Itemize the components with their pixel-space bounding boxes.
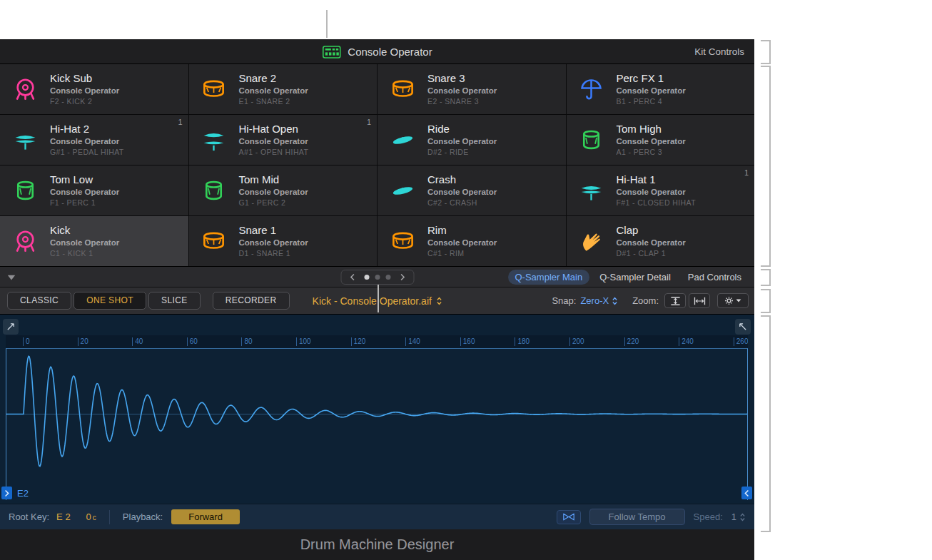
pad-text: Tom High Console Operator A1 - PERC 3 bbox=[617, 123, 686, 156]
patch-name: Console Operator bbox=[348, 46, 432, 58]
speed-label: Speed: bbox=[694, 511, 723, 522]
waveform-plot bbox=[6, 349, 747, 500]
zoom-horizontal-icon bbox=[693, 296, 706, 306]
drum-pad-hi-hat-2[interactable]: Hi-Hat 2 Console Operator G#1 - PEDAL HI… bbox=[0, 115, 188, 165]
mode-recorder[interactable]: RECORDER bbox=[213, 292, 290, 310]
pager-next-button[interactable] bbox=[400, 273, 405, 281]
drum-pad-clap[interactable]: Clap Console Operator D#1 - CLAP 1 bbox=[567, 216, 755, 266]
snare-icon bbox=[189, 77, 239, 102]
fade-handle-icon bbox=[738, 322, 748, 332]
sample-start-marker[interactable] bbox=[1, 487, 12, 499]
drum-pad-tom-high[interactable]: Tom High Console Operator A1 - PERC 3 bbox=[567, 115, 755, 165]
page-dot-2[interactable] bbox=[375, 275, 380, 280]
tab-pad-controls[interactable]: Pad Controls bbox=[681, 270, 749, 285]
ruler-tick: 240 bbox=[679, 337, 694, 346]
fade-out-handle[interactable] bbox=[735, 319, 751, 335]
pad-text: Hi-Hat 1 Console Operator F#1 - CLOSED H… bbox=[617, 174, 696, 207]
callout-line-plugin-icon bbox=[326, 10, 328, 38]
ruler-tick: 20 bbox=[78, 337, 88, 346]
pad-key-mapping: D#1 - CLAP 1 bbox=[617, 249, 686, 258]
pad-title: Crash bbox=[427, 174, 497, 185]
crossfade-loop-button[interactable] bbox=[557, 510, 581, 524]
pad-title: Tom Mid bbox=[239, 174, 308, 185]
caret-down-icon bbox=[736, 299, 741, 302]
pad-key-mapping: F#1 - CLOSED HIHAT bbox=[617, 198, 696, 207]
tom-icon bbox=[189, 178, 239, 203]
zoom-label: Zoom: bbox=[632, 295, 659, 306]
pager-previous-button[interactable] bbox=[350, 273, 355, 281]
tab-q-sampler-detail[interactable]: Q-Sampler Detail bbox=[592, 270, 678, 285]
cymbal-icon bbox=[378, 178, 427, 203]
playback-label: Playback: bbox=[123, 511, 163, 522]
snap-label: Snap: bbox=[552, 295, 576, 306]
drum-pad-hi-hat-open[interactable]: Hi-Hat Open Console Operator A#1 - OPEN … bbox=[189, 115, 378, 165]
drum-pad-hi-hat-1[interactable]: Hi-Hat 1 Console Operator F#1 - CLOSED H… bbox=[567, 166, 755, 215]
drum-pad-ride[interactable]: Ride Console Operator D#2 - RIDE bbox=[378, 115, 566, 165]
snap-value: Zero-X bbox=[580, 295, 609, 306]
pad-title: Ride bbox=[427, 123, 497, 135]
drum-pad-tom-mid[interactable]: Tom Mid Console Operator G1 - PERC 2 bbox=[189, 166, 378, 215]
fine-tune-value[interactable]: 0 c bbox=[86, 511, 96, 522]
action-menu-button[interactable] bbox=[717, 293, 749, 308]
pad-key-mapping: C#1 - RIM bbox=[427, 249, 497, 258]
ruler-tick: 0 bbox=[23, 337, 30, 346]
mode-slice[interactable]: SLICE bbox=[148, 292, 201, 310]
pad-subtitle: Console Operator bbox=[617, 137, 686, 146]
pad-key-mapping: E2 - SNARE 3 bbox=[427, 97, 497, 106]
tab-q-sampler-main[interactable]: Q-Sampler Main bbox=[508, 270, 590, 285]
fade-in-handle[interactable] bbox=[3, 319, 19, 335]
root-key-value[interactable]: E 2 bbox=[56, 511, 71, 522]
drum-pad-snare-1[interactable]: Snare 1 Console Operator D1 - SNARE 1 bbox=[189, 216, 378, 266]
drum-pad-tom-low[interactable]: Tom Low Console Operator F1 - PERC 1 bbox=[0, 166, 188, 215]
stepper-icon bbox=[612, 296, 618, 306]
follow-tempo-button[interactable]: Follow Tempo bbox=[589, 509, 685, 525]
pad-text: Ride Console Operator D#2 - RIDE bbox=[427, 123, 497, 156]
chevron-right-icon bbox=[400, 273, 405, 281]
pad-badge: 1 bbox=[178, 118, 182, 126]
snare-icon bbox=[189, 229, 239, 254]
pad-key-mapping: C#2 - CRASH bbox=[427, 198, 497, 207]
pad-subtitle: Console Operator bbox=[617, 86, 686, 95]
drum-pad-snare-3[interactable]: Snare 3 Console Operator E2 - SNARE 3 bbox=[378, 64, 566, 114]
waveform-ruler: 020406080100120140160180200220240260 bbox=[6, 335, 748, 348]
pad-subtitle: Console Operator bbox=[50, 238, 119, 247]
pad-key-mapping: B1 - PERC 4 bbox=[617, 97, 686, 106]
hihat-icon bbox=[0, 128, 50, 153]
callout-bracket-tab-bar bbox=[761, 269, 771, 286]
speed-menu[interactable]: 1 bbox=[731, 511, 746, 522]
drum-pad-crash[interactable]: Crash Console Operator C#2 - CRASH bbox=[378, 166, 566, 215]
disclosure-triangle[interactable] bbox=[7, 267, 16, 287]
ruler-tick: 200 bbox=[569, 337, 584, 346]
snap-menu[interactable]: Zero-X bbox=[580, 295, 618, 306]
pad-text: Perc FX 1 Console Operator B1 - PERC 4 bbox=[617, 73, 686, 106]
pad-key-mapping: G#1 - PEDAL HIHAT bbox=[50, 148, 124, 156]
pad-key-mapping: F2 - KICK 2 bbox=[50, 97, 119, 106]
sample-end-marker[interactable] bbox=[741, 487, 752, 499]
hihat-icon bbox=[567, 178, 617, 203]
waveform-region[interactable] bbox=[6, 348, 748, 500]
drum-pad-snare-2[interactable]: Snare 2 Console Operator E1 - SNARE 2 bbox=[189, 64, 378, 114]
mode-one-shot[interactable]: ONE SHOT bbox=[74, 292, 146, 310]
kit-controls-button[interactable]: Kit Controls bbox=[694, 39, 744, 64]
playback-mode-button[interactable]: Forward bbox=[171, 509, 240, 524]
waveform-display: 020406080100120140160180200220240260 E2 … bbox=[0, 315, 754, 529]
cymbal-icon bbox=[378, 128, 427, 153]
drum-pad-rim[interactable]: Rim Console Operator C#1 - RIM bbox=[378, 216, 566, 266]
chevron-left-icon bbox=[350, 273, 355, 281]
kick-icon bbox=[0, 229, 50, 254]
drum-pad-kick[interactable]: Kick Console Operator C1 - KICK 1 bbox=[0, 216, 188, 266]
mode-classic[interactable]: CLASSIC bbox=[7, 292, 71, 310]
sample-name-label: Kick - Console Operator.aif bbox=[313, 295, 432, 307]
snare-icon bbox=[378, 229, 427, 254]
drum-pad-kick-sub[interactable]: Kick Sub Console Operator F2 - KICK 2 bbox=[0, 64, 188, 114]
pad-key-mapping: A#1 - OPEN HIHAT bbox=[239, 148, 309, 156]
zoom-horizontal-button[interactable] bbox=[689, 293, 710, 308]
zoom-vertical-button[interactable] bbox=[664, 293, 686, 308]
stepper-icon bbox=[436, 296, 442, 306]
page-dot-1[interactable] bbox=[364, 275, 369, 280]
stepper-icon bbox=[739, 512, 746, 522]
drum-pad-perc-fx-1[interactable]: Perc FX 1 Console Operator B1 - PERC 4 bbox=[567, 64, 755, 114]
page-dot-3[interactable] bbox=[385, 275, 390, 280]
pad-subtitle: Console Operator bbox=[50, 137, 124, 146]
callout-line-sample-name bbox=[378, 285, 379, 312]
